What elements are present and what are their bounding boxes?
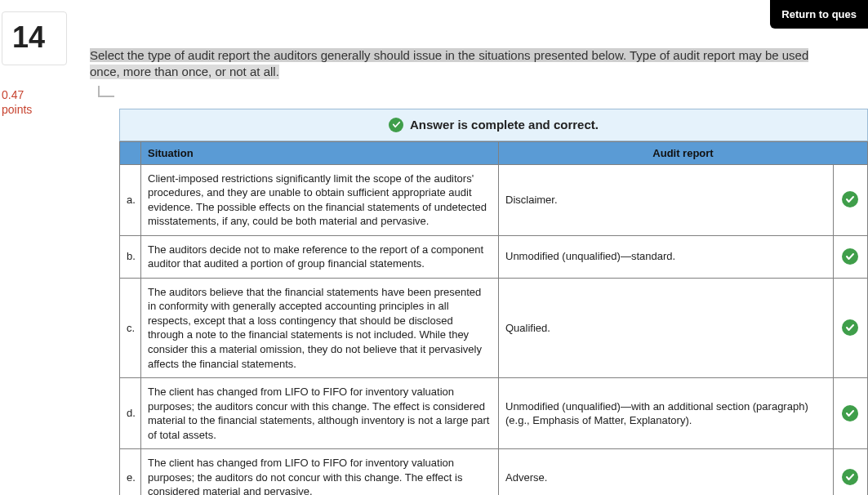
- table-header-report: Audit report: [499, 141, 868, 164]
- question-points: 0.47 points: [2, 88, 82, 117]
- row-situation: Client-imposed restrictions significantl…: [141, 164, 499, 235]
- table-header-situation: Situation: [141, 141, 499, 164]
- row-correct-indicator: [833, 378, 867, 449]
- row-situation: The client has changed from LIFO to FIFO…: [141, 378, 499, 449]
- table-row: a.Client-imposed restrictions significan…: [120, 164, 868, 235]
- check-circle-icon: [842, 405, 858, 421]
- answer-status-banner: Answer is complete and correct.: [119, 109, 868, 141]
- prompt-caret-decoration: [98, 86, 114, 97]
- table-row: c.The auditors believe that the financia…: [120, 278, 868, 377]
- question-prompt: Select the type of audit report the audi…: [90, 11, 868, 84]
- row-key: e.: [120, 449, 141, 495]
- table-row: d.The client has changed from LIFO to FI…: [120, 378, 868, 449]
- row-key: b.: [120, 235, 141, 278]
- check-circle-icon: [842, 469, 858, 485]
- check-circle-icon: [842, 319, 858, 336]
- table-row: e.The client has changed from LIFO to FI…: [120, 449, 868, 495]
- return-to-question-button[interactable]: Return to ques: [770, 0, 868, 29]
- check-circle-icon: [842, 248, 858, 265]
- row-report: Unmodified (unqualified)—standard.: [499, 235, 834, 278]
- check-circle-icon: [842, 191, 858, 207]
- table-row: b.The auditors decide not to make refere…: [120, 235, 868, 278]
- row-correct-indicator: [833, 164, 867, 235]
- row-key: a.: [120, 164, 141, 235]
- row-report: Unmodified (unqualified)—with an additio…: [499, 378, 834, 449]
- points-label: points: [2, 103, 32, 116]
- row-key: d.: [120, 378, 141, 449]
- row-correct-indicator: [833, 278, 867, 377]
- check-circle-icon: [389, 118, 403, 132]
- question-number: 14: [2, 11, 67, 65]
- row-key: c.: [120, 278, 141, 377]
- points-value: 0.47: [2, 88, 24, 101]
- prompt-line-1: Select the type of audit report the audi…: [90, 48, 808, 62]
- table-header-blank: [120, 141, 141, 164]
- row-situation: The auditors decide not to make referenc…: [141, 235, 499, 278]
- row-report: Qualified.: [499, 278, 834, 377]
- row-situation: The client has changed from LIFO to FIFO…: [141, 449, 499, 495]
- row-report: Adverse.: [499, 449, 834, 495]
- row-correct-indicator: [833, 235, 867, 278]
- row-correct-indicator: [833, 449, 867, 495]
- situations-table: Situation Audit report a.Client-imposed …: [119, 141, 868, 496]
- prompt-line-2: once, more than once, or not at all.: [90, 65, 279, 79]
- row-report: Disclaimer.: [499, 164, 834, 235]
- row-situation: The auditors believe that the financial …: [141, 278, 499, 377]
- banner-text: Answer is complete and correct.: [410, 118, 599, 132]
